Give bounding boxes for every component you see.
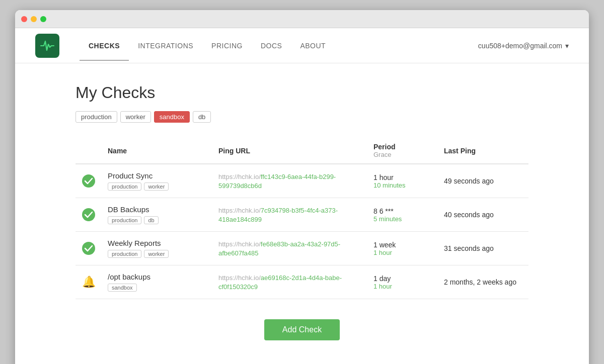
add-check-row: Add Check [76, 319, 528, 340]
tag-production[interactable]: production [76, 111, 117, 123]
svg-point-0 [82, 174, 95, 188]
check-tag[interactable]: production [108, 250, 141, 258]
chevron-down-icon: ▾ [565, 42, 569, 50]
check-tags: productionworker [108, 183, 206, 191]
th-period-label: Period [373, 143, 396, 151]
svg-point-2 [82, 242, 95, 255]
main-content: My Checks production worker sandbox db N… [15, 63, 589, 364]
nav-docs[interactable]: DOCS [252, 42, 291, 50]
tag-filters: production worker sandbox db [76, 111, 528, 123]
check-tag[interactable]: production [108, 183, 141, 191]
nav-checks[interactable]: CHECKS [80, 42, 129, 50]
window-body: CHECKS INTEGRATIONS PRICING DOCS ABOUT c… [15, 28, 589, 364]
nav-links: CHECKS INTEGRATIONS PRICING DOCS ABOUT [80, 42, 478, 50]
titlebar [15, 10, 589, 28]
table-row[interactable]: DB Backups productiondbhttps://hchk.io/7… [76, 198, 528, 232]
status-cell [76, 164, 102, 198]
last-ping-cell: 31 seconds ago [438, 232, 528, 265]
ok-icon [82, 208, 96, 222]
check-name: Product Sync [108, 171, 206, 180]
period-cell: 8 6 *** 5 minutes [367, 198, 438, 232]
status-cell [76, 198, 102, 232]
ping-url: https://hchk.io/ffc143c9-6aea-44fa-b299-… [218, 173, 336, 190]
url-cell[interactable]: https://hchk.io/fe68e83b-aa2a-43a2-97d5-… [212, 232, 367, 265]
table-row[interactable]: Weekly Reports productionworkerhttps://h… [76, 232, 528, 265]
maximize-button[interactable] [40, 16, 46, 22]
last-ping-value: 49 seconds ago [444, 177, 494, 185]
th-grace-label: Grace [373, 151, 432, 158]
th-ping-url: Ping URL [212, 138, 367, 164]
ping-url: https://hchk.io/fe68e83b-aa2a-43a2-97d5-… [218, 240, 340, 257]
check-tag[interactable]: sandbox [108, 284, 137, 292]
check-tag[interactable]: worker [144, 250, 169, 258]
user-menu[interactable]: cuu508+demo@gmail.com ▾ [478, 42, 569, 50]
alert-icon: 🔔 [82, 275, 96, 289]
period-value: 1 hour [373, 173, 432, 181]
period-cell: 1 week 1 hour [367, 232, 438, 265]
last-ping-value: 2 months, 2 weeks ago [444, 278, 516, 286]
ping-url: https://hchk.io/7c934798-b3f5-4fc4-a373-… [218, 207, 338, 223]
logo[interactable] [35, 34, 59, 58]
table-row[interactable]: Product Sync productionworkerhttps://hch… [76, 164, 528, 198]
close-button[interactable] [21, 16, 27, 22]
check-tag[interactable]: worker [144, 183, 169, 191]
checks-table: Name Ping URL Period Grace Last Ping [76, 138, 528, 299]
check-tags: productionworker [108, 250, 206, 258]
ping-url: https://hchk.io/ae69168c-2d1a-4d4a-babe-… [218, 274, 342, 291]
app-window: CHECKS INTEGRATIONS PRICING DOCS ABOUT c… [15, 10, 589, 364]
check-name: Weekly Reports [108, 239, 206, 247]
url-cell[interactable]: https://hchk.io/ffc143c9-6aea-44fa-b299-… [212, 164, 367, 198]
name-cell: DB Backups productiondb [102, 198, 212, 232]
th-period: Period Grace [367, 138, 438, 164]
nav-integrations[interactable]: INTEGRATIONS [129, 42, 202, 50]
last-ping-value: 40 seconds ago [444, 211, 494, 219]
table-header-row: Name Ping URL Period Grace Last Ping [76, 138, 528, 164]
svg-point-1 [82, 208, 95, 221]
tag-db[interactable]: db [193, 111, 211, 123]
add-check-button[interactable]: Add Check [264, 319, 340, 340]
grace-value: 5 minutes [373, 215, 432, 223]
th-name: Name [102, 138, 212, 164]
nav-about[interactable]: ABOUT [291, 42, 335, 50]
ok-icon [82, 241, 96, 255]
name-cell: Product Sync productionworker [102, 164, 212, 198]
grace-value: 10 minutes [373, 181, 432, 189]
nav-pricing[interactable]: PRICING [202, 42, 252, 50]
last-ping-value: 31 seconds ago [444, 244, 494, 252]
minimize-button[interactable] [31, 16, 37, 22]
grace-value: 1 hour [373, 283, 432, 290]
check-tag[interactable]: production [108, 216, 141, 224]
period-cell: 1 day 1 hour [367, 265, 438, 299]
status-cell: 🔔 [76, 265, 102, 299]
table-row[interactable]: 🔔/opt backups sandboxhttps://hchk.io/ae6… [76, 265, 528, 299]
user-email: cuu508+demo@gmail.com [478, 42, 562, 50]
name-cell: /opt backups sandbox [102, 265, 212, 299]
navbar: CHECKS INTEGRATIONS PRICING DOCS ABOUT c… [15, 28, 589, 63]
page-title: My Checks [76, 83, 528, 102]
check-tag[interactable]: db [144, 216, 158, 224]
check-tags: productiondb [108, 216, 206, 224]
name-cell: Weekly Reports productionworker [102, 232, 212, 265]
ok-icon [82, 174, 96, 188]
last-ping-cell: 2 months, 2 weeks ago [438, 265, 528, 299]
grace-value: 1 hour [373, 249, 432, 256]
tag-sandbox[interactable]: sandbox [154, 111, 190, 123]
check-name: DB Backups [108, 205, 206, 214]
period-value: 1 day [373, 275, 432, 283]
url-cell[interactable]: https://hchk.io/ae69168c-2d1a-4d4a-babe-… [212, 265, 367, 299]
url-cell[interactable]: https://hchk.io/7c934798-b3f5-4fc4-a373-… [212, 198, 367, 232]
status-cell [76, 232, 102, 265]
tag-worker[interactable]: worker [120, 111, 151, 123]
check-tags: sandbox [108, 284, 206, 292]
period-value: 8 6 *** [373, 207, 432, 215]
th-last-ping: Last Ping [438, 138, 528, 164]
th-status [76, 138, 102, 164]
last-ping-cell: 40 seconds ago [438, 198, 528, 232]
last-ping-cell: 49 seconds ago [438, 164, 528, 198]
period-cell: 1 hour 10 minutes [367, 164, 438, 198]
period-value: 1 week [373, 241, 432, 249]
check-name: /opt backups [108, 272, 206, 281]
